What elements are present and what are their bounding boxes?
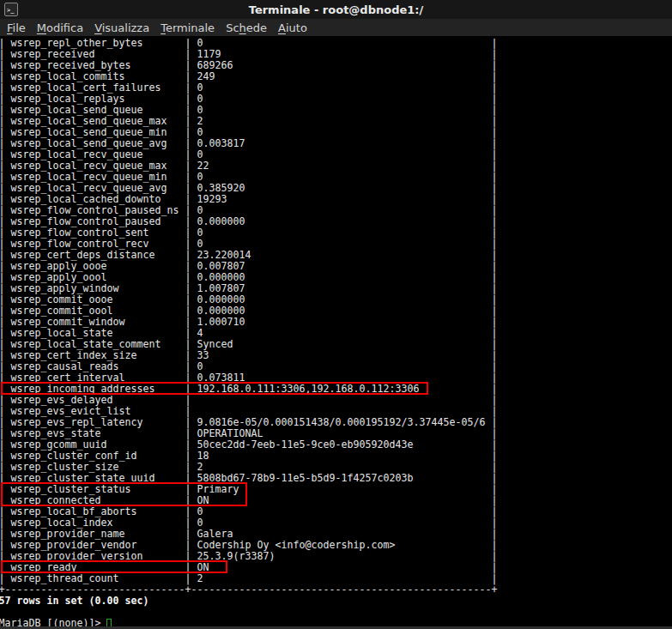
terminal-screen[interactable]: | wsrep_repl_other_bytes | 0 | | wsrep_r… xyxy=(0,36,672,629)
title-bar: >_ Terminale - root@dbnode1:/ xyxy=(0,0,672,19)
menu-item-file[interactable]: File xyxy=(7,21,26,34)
menu-item-terminale[interactable]: Terminale xyxy=(160,21,215,34)
menu-item-aiuto[interactable]: Aiuto xyxy=(278,21,307,34)
terminal-output: | wsrep_repl_other_bytes | 0 | | wsrep_r… xyxy=(0,38,671,629)
menu-item-visualizza[interactable]: Visualizza xyxy=(94,21,149,34)
rows-summary: 57 rows in set (0.00 sec) xyxy=(0,595,148,607)
wsrep-status-table: | wsrep_repl_other_bytes | 0 | | wsrep_r… xyxy=(0,37,497,596)
menu-item-modifica[interactable]: Modifica xyxy=(37,21,83,34)
menu-bar: FileModificaVisualizzaTerminaleSchedeAiu… xyxy=(0,19,672,36)
menu-item-schede[interactable]: Schede xyxy=(226,21,267,34)
window-title: Terminale - root@dbnode1:/ xyxy=(249,3,424,16)
terminal-icon: >_ xyxy=(4,3,18,16)
